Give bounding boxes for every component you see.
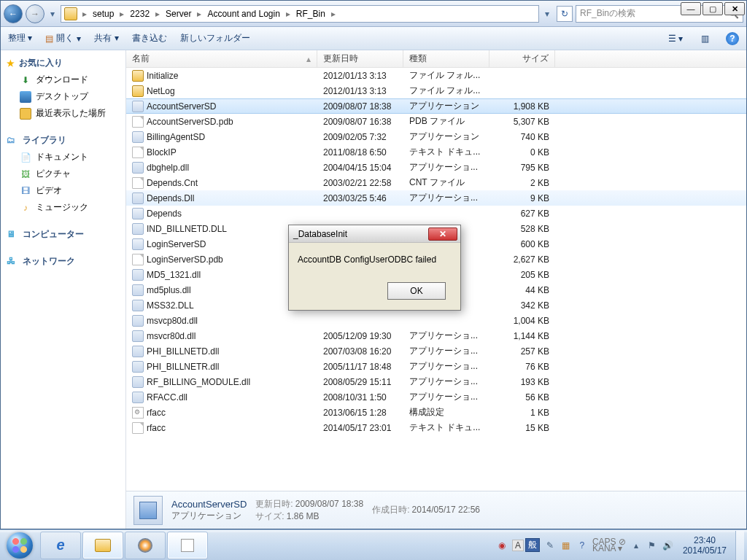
ime-caps-indicator[interactable]: CAPS ⊘KANA ▾ (592, 539, 626, 552)
file-type: アプリケーション (403, 131, 489, 143)
breadcrumb-segment[interactable]: Account and Login (205, 8, 282, 20)
new-folder-button[interactable]: 新しいフォルダー (180, 32, 250, 44)
taskbar-clock[interactable]: 23:402014/05/17 (678, 535, 731, 556)
breadcrumb-segment[interactable]: setup (90, 8, 116, 20)
organize-menu[interactable]: 整理 ▾ (8, 32, 32, 44)
documents-icon: 📄 (20, 152, 31, 163)
file-type: テキスト ドキュ... (403, 421, 489, 434)
ime-indicator[interactable]: A般 (512, 538, 540, 552)
dialog-message: AccountDB ConfigUserODBC failed (298, 254, 452, 265)
col-name[interactable]: 名前▴ (126, 50, 317, 67)
preview-pane-button[interactable]: ▥ (697, 31, 713, 47)
file-type: アプリケーショ... (403, 360, 489, 373)
file-size: 795 KB (489, 163, 555, 173)
file-row[interactable]: RF_BILLING_MODULE.dll2008/05/29 15:11アプリ… (126, 374, 746, 389)
file-type-icon (132, 422, 144, 434)
help-icon[interactable]: ? (726, 32, 739, 45)
tray-chevron-icon[interactable]: ▴ (630, 540, 642, 551)
file-row[interactable]: PHI_BILLNETD.dll2007/03/08 16:20アプリケーショ.… (126, 343, 746, 359)
file-name: Depends.Dll (147, 193, 194, 203)
file-row[interactable]: Depends.Cnt2003/02/21 22:58CNT ファイル2 KB (126, 175, 746, 190)
breadcrumb-segment[interactable]: 2232 (128, 8, 152, 20)
breadcrumb-segment[interactable]: RF_Bin (294, 8, 328, 20)
favorites-header[interactable]: ★お気に入り (1, 55, 125, 71)
nav-computer[interactable]: 🖥コンピューター (1, 226, 125, 243)
burn-button[interactable]: 書き込む (132, 32, 167, 44)
col-type[interactable]: 種類 (403, 50, 489, 67)
close-button[interactable]: ✕ (724, 2, 745, 15)
file-row[interactable]: msvcr80d.dll2005/12/09 19:30アプリケーショ...1,… (126, 328, 746, 343)
nav-pictures[interactable]: 🖼ピクチャ (1, 166, 125, 182)
tray-notification-icon[interactable]: ◉ (496, 540, 508, 551)
file-size: 76 KB (489, 362, 555, 372)
file-size: 15 KB (489, 423, 555, 433)
nav-videos[interactable]: 🎞ビデオ (1, 182, 125, 199)
show-desktop-button[interactable] (735, 531, 744, 560)
view-options-button[interactable]: ☰ ▾ (667, 31, 684, 47)
dialog-titlebar[interactable]: _DatabaseInit ✕ (289, 225, 460, 243)
nav-music[interactable]: ♪ミュージック (1, 199, 125, 216)
address-bar[interactable]: ▸setup▸2232▸Server▸Account and Login▸RF_… (61, 5, 539, 23)
file-type: アプリケーショ... (403, 330, 489, 342)
taskbar-app-button[interactable] (167, 532, 208, 559)
address-dropdown[interactable]: ▾ (542, 4, 552, 23)
file-row[interactable]: rfacc2013/06/15 1:28構成設定1 KB (126, 405, 746, 420)
share-menu[interactable]: 共有 ▾ (94, 32, 118, 44)
libraries-header[interactable]: 🗂ライブラリ (1, 132, 125, 149)
col-date[interactable]: 更新日時 (317, 50, 403, 67)
nav-network[interactable]: 🖧ネットワーク (1, 253, 125, 270)
file-row[interactable]: RFACC.dll2008/10/31 1:50アプリケーショ...56 KB (126, 389, 746, 405)
file-row[interactable]: msvcp80d.dll1,004 KB (126, 313, 746, 328)
file-row[interactable]: NetLog2012/01/13 3:13ファイル フォル... (126, 83, 746, 98)
file-size: 627 KB (489, 209, 555, 219)
tray-flag-icon[interactable]: ⚑ (646, 540, 658, 551)
maximize-button[interactable]: ▢ (703, 2, 723, 15)
file-row[interactable]: Initialize2012/01/13 3:13ファイル フォル... (126, 68, 746, 83)
tray-volume-icon[interactable]: 🔊 (662, 540, 674, 551)
file-row[interactable]: rfacc2014/05/17 23:01テキスト ドキュ...15 KB (126, 420, 746, 435)
file-name: msvcp80d.dll (147, 316, 198, 326)
taskbar-ie-button[interactable]: e (40, 532, 81, 559)
file-name: rfacc (147, 423, 166, 433)
file-type-icon (132, 392, 144, 403)
file-size: 600 KB (489, 239, 555, 249)
file-row[interactable]: PHI_BILLNETR.dll2005/11/17 18:48アプリケーショ.… (126, 359, 746, 374)
file-type-icon (132, 238, 144, 250)
file-row[interactable]: dbghelp.dll2004/04/15 15:04アプリケーショ...795… (126, 160, 746, 175)
taskbar-explorer-button[interactable] (82, 532, 123, 559)
refresh-button[interactable]: ↻ (557, 6, 573, 22)
file-name: BlockIP (147, 147, 177, 158)
window-controls: — ▢ ✕ (681, 2, 745, 15)
tray-ime-pad-icon[interactable]: ▦ (560, 540, 572, 551)
wmp-icon (138, 538, 152, 553)
file-row[interactable]: BillingAgentSD2009/02/05 7:32アプリケーション740… (126, 129, 746, 144)
minimize-button[interactable]: — (681, 2, 701, 15)
tray-ime-tool-icon[interactable]: ✎ (544, 540, 556, 551)
file-row[interactable]: Depends.Dll2003/03/25 5:46アプリケーショ...9 KB (126, 190, 746, 206)
breadcrumb-segment[interactable]: Server (163, 8, 193, 20)
file-row[interactable]: Depends627 KB (126, 206, 746, 221)
nav-recent[interactable]: 最近表示した場所 (1, 105, 125, 122)
dialog-close-button[interactable]: ✕ (428, 228, 457, 241)
file-date: 2005/11/17 18:48 (317, 362, 403, 372)
dialog-ok-button[interactable]: OK (387, 282, 446, 300)
file-row[interactable]: AccountServerSD2009/08/07 18:38アプリケーション1… (126, 98, 746, 114)
history-dropdown[interactable]: ▾ (47, 4, 58, 23)
start-button[interactable] (0, 530, 39, 561)
nav-desktop[interactable]: デスクトップ (1, 88, 125, 105)
nav-documents[interactable]: 📄ドキュメント (1, 149, 125, 166)
open-button[interactable]: ▤開く▾ (45, 32, 81, 44)
dialog-title: _DatabaseInit (292, 229, 428, 239)
tray-ime-help-icon[interactable]: ? (576, 540, 588, 551)
back-button[interactable]: ← (4, 4, 23, 23)
taskbar-wmp-button[interactable] (125, 532, 166, 559)
file-name: MD5_1321.dll (147, 270, 201, 280)
file-date: 2009/08/07 18:38 (317, 101, 403, 112)
file-row[interactable]: BlockIP2011/08/18 6:50テキスト ドキュ...0 KB (126, 144, 746, 160)
file-name: PHI_BILLNETD.dll (147, 346, 219, 357)
col-size[interactable]: サイズ (489, 50, 555, 67)
nav-downloads[interactable]: ⬇ダウンロード (1, 71, 125, 88)
file-type-icon (132, 116, 144, 128)
forward-button[interactable]: → (26, 4, 44, 23)
file-row[interactable]: AccountServerSD.pdb2009/08/07 16:38PDB フ… (126, 114, 746, 129)
